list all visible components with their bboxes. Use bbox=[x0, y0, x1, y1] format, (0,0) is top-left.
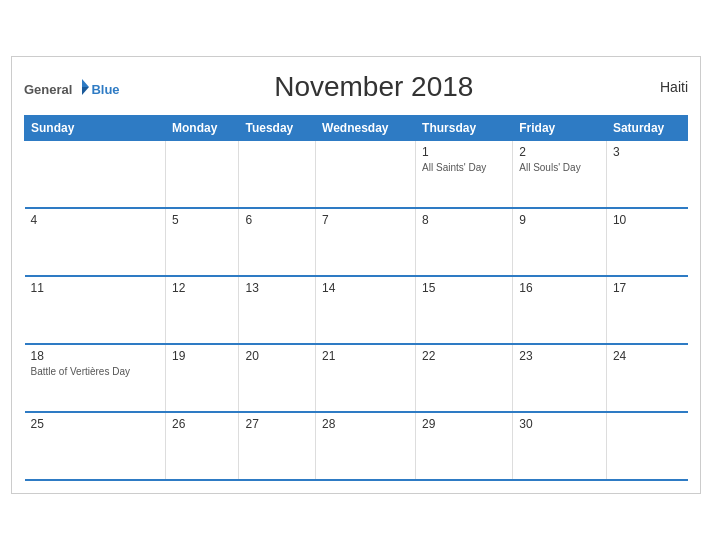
header-tuesday: Tuesday bbox=[239, 115, 316, 140]
logo-general-text: General bbox=[24, 83, 72, 96]
logo: General Blue bbox=[24, 77, 120, 96]
day-number: 17 bbox=[613, 281, 682, 295]
header-friday: Friday bbox=[513, 115, 607, 140]
day-number: 26 bbox=[172, 417, 232, 431]
day-cell: 17 bbox=[606, 276, 687, 344]
day-cell: 11 bbox=[25, 276, 166, 344]
day-number: 20 bbox=[245, 349, 309, 363]
day-cell: 4 bbox=[25, 208, 166, 276]
day-cell: 12 bbox=[166, 276, 239, 344]
holiday-name: All Saints' Day bbox=[422, 161, 506, 174]
day-cell: 22 bbox=[416, 344, 513, 412]
day-number: 25 bbox=[31, 417, 160, 431]
day-cell: 19 bbox=[166, 344, 239, 412]
header-saturday: Saturday bbox=[606, 115, 687, 140]
day-cell: 10 bbox=[606, 208, 687, 276]
day-cell: 8 bbox=[416, 208, 513, 276]
day-cell: 5 bbox=[166, 208, 239, 276]
week-row-2: 11121314151617 bbox=[25, 276, 688, 344]
country-label: Haiti bbox=[628, 79, 688, 95]
day-number: 19 bbox=[172, 349, 232, 363]
day-number: 28 bbox=[322, 417, 409, 431]
day-cell: 15 bbox=[416, 276, 513, 344]
day-cell: 27 bbox=[239, 412, 316, 480]
header-thursday: Thursday bbox=[416, 115, 513, 140]
day-number: 23 bbox=[519, 349, 600, 363]
day-cell: 1All Saints' Day bbox=[416, 140, 513, 208]
calendar-title: November 2018 bbox=[120, 71, 628, 103]
header-wednesday: Wednesday bbox=[316, 115, 416, 140]
calendar-header: General Blue November 2018 Haiti bbox=[24, 67, 688, 107]
day-number: 2 bbox=[519, 145, 600, 159]
day-number: 29 bbox=[422, 417, 506, 431]
logo-blue-text: Blue bbox=[91, 83, 119, 96]
day-cell: 6 bbox=[239, 208, 316, 276]
day-cell bbox=[239, 140, 316, 208]
svg-marker-0 bbox=[82, 79, 89, 87]
holiday-name: All Souls' Day bbox=[519, 161, 600, 174]
day-cell: 30 bbox=[513, 412, 607, 480]
day-cell: 26 bbox=[166, 412, 239, 480]
header-monday: Monday bbox=[166, 115, 239, 140]
holiday-name: Battle of Vertières Day bbox=[31, 365, 160, 378]
day-number: 27 bbox=[245, 417, 309, 431]
day-cell: 29 bbox=[416, 412, 513, 480]
day-number: 4 bbox=[31, 213, 160, 227]
day-cell: 28 bbox=[316, 412, 416, 480]
day-number: 3 bbox=[613, 145, 682, 159]
day-number: 6 bbox=[245, 213, 309, 227]
day-cell bbox=[25, 140, 166, 208]
day-cell: 24 bbox=[606, 344, 687, 412]
day-number: 21 bbox=[322, 349, 409, 363]
day-number: 30 bbox=[519, 417, 600, 431]
day-number: 1 bbox=[422, 145, 506, 159]
weekday-header-row: Sunday Monday Tuesday Wednesday Thursday… bbox=[25, 115, 688, 140]
week-row-3: 18Battle of Vertières Day192021222324 bbox=[25, 344, 688, 412]
day-cell: 3 bbox=[606, 140, 687, 208]
svg-marker-1 bbox=[82, 87, 89, 95]
week-row-0: 1All Saints' Day2All Souls' Day3 bbox=[25, 140, 688, 208]
day-cell: 2All Souls' Day bbox=[513, 140, 607, 208]
day-cell: 16 bbox=[513, 276, 607, 344]
day-number: 9 bbox=[519, 213, 600, 227]
logo-icon bbox=[73, 77, 91, 95]
day-cell bbox=[606, 412, 687, 480]
day-cell: 20 bbox=[239, 344, 316, 412]
day-number: 5 bbox=[172, 213, 232, 227]
day-number: 11 bbox=[31, 281, 160, 295]
day-cell: 25 bbox=[25, 412, 166, 480]
day-number: 13 bbox=[245, 281, 309, 295]
day-cell: 9 bbox=[513, 208, 607, 276]
day-number: 24 bbox=[613, 349, 682, 363]
day-cell: 23 bbox=[513, 344, 607, 412]
day-cell: 13 bbox=[239, 276, 316, 344]
header-sunday: Sunday bbox=[25, 115, 166, 140]
day-number: 16 bbox=[519, 281, 600, 295]
day-number: 7 bbox=[322, 213, 409, 227]
day-number: 18 bbox=[31, 349, 160, 363]
day-number: 22 bbox=[422, 349, 506, 363]
calendar-container: General Blue November 2018 Haiti Sunday … bbox=[11, 56, 701, 495]
calendar-table: Sunday Monday Tuesday Wednesday Thursday… bbox=[24, 115, 688, 482]
calendar-body: 1All Saints' Day2All Souls' Day345678910… bbox=[25, 140, 688, 480]
day-cell: 18Battle of Vertières Day bbox=[25, 344, 166, 412]
day-number: 14 bbox=[322, 281, 409, 295]
day-number: 12 bbox=[172, 281, 232, 295]
day-number: 15 bbox=[422, 281, 506, 295]
day-number: 8 bbox=[422, 213, 506, 227]
day-number: 10 bbox=[613, 213, 682, 227]
day-cell: 21 bbox=[316, 344, 416, 412]
week-row-1: 45678910 bbox=[25, 208, 688, 276]
day-cell bbox=[316, 140, 416, 208]
day-cell: 14 bbox=[316, 276, 416, 344]
week-row-4: 252627282930 bbox=[25, 412, 688, 480]
day-cell bbox=[166, 140, 239, 208]
day-cell: 7 bbox=[316, 208, 416, 276]
